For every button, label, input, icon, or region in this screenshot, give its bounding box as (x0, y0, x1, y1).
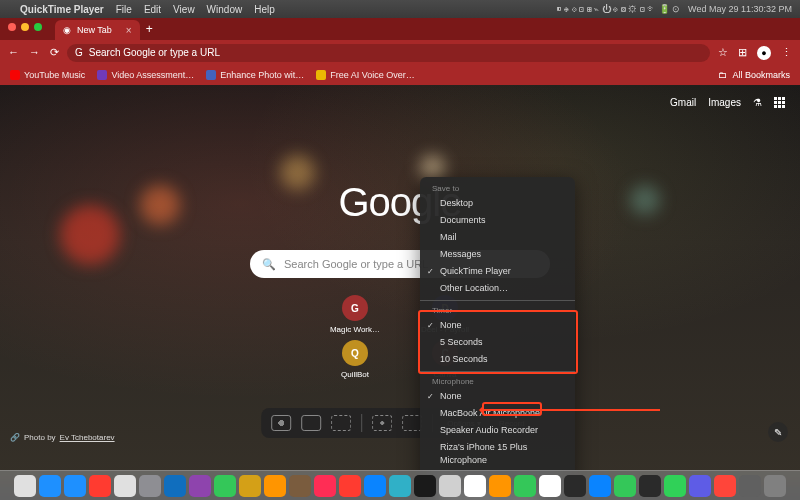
bookmarks-bar: YouTube Music Video Assessment… Enhance … (0, 65, 800, 85)
window-controls[interactable] (8, 23, 42, 31)
close-tab-icon[interactable]: × (126, 25, 132, 36)
address-bar[interactable]: G Search Google or type a URL (67, 44, 710, 62)
macos-menubar: QuickTime Player File Edit View Window H… (0, 0, 800, 18)
section-timer: Timer (420, 304, 575, 317)
dock-app-21[interactable] (539, 475, 561, 497)
save-desktop[interactable]: Desktop (420, 195, 575, 212)
dock-app-6[interactable] (164, 475, 186, 497)
tab-favicon: ◉ (63, 25, 71, 35)
mic-iphone[interactable]: Riza's iPhone 15 Plus Microphone (420, 439, 575, 469)
forward-button[interactable]: → (29, 46, 40, 59)
save-other[interactable]: Other Location… (420, 280, 575, 297)
back-button[interactable]: ← (8, 46, 19, 59)
bookmark-star-icon[interactable]: ☆ (718, 46, 728, 60)
dock-app-8[interactable] (214, 475, 236, 497)
bookmark-ai-voice[interactable]: Free AI Voice Over… (316, 70, 415, 80)
dock-app-16[interactable] (414, 475, 436, 497)
dock-app-12[interactable] (314, 475, 336, 497)
mic-speaker[interactable]: Speaker Audio Recorder (420, 422, 575, 439)
timer-10s[interactable]: 10 Seconds (420, 351, 575, 368)
search-placeholder: Search Google or type a URL (284, 258, 428, 270)
omnibox-text: Search Google or type a URL (89, 47, 220, 58)
menubar-clock[interactable]: Wed May 29 11:30:32 PM (688, 4, 792, 14)
dock-app-1[interactable] (39, 475, 61, 497)
macos-dock (0, 470, 800, 500)
dock-app-22[interactable] (564, 475, 586, 497)
dock-app-18[interactable] (464, 475, 486, 497)
dock-app-20[interactable] (514, 475, 536, 497)
capture-window[interactable] (301, 415, 321, 431)
dock-app-13[interactable] (339, 475, 361, 497)
menu-file[interactable]: File (116, 4, 132, 15)
dock-app-11[interactable] (289, 475, 311, 497)
chrome-toolbar: ← → ⟳ G Search Google or type a URL ☆ ⊞ … (0, 40, 800, 65)
menu-view[interactable]: View (173, 4, 195, 15)
customize-button[interactable]: ✎ (768, 422, 788, 442)
bookmark-enhance-photo[interactable]: Enhance Photo wit… (206, 70, 304, 80)
folder-icon: 🗀 (718, 70, 727, 80)
app-name[interactable]: QuickTime Player (20, 4, 104, 15)
chrome-new-tab-page: Gmail Images ⚗ Google 🔍 Search Google or… (0, 85, 800, 480)
menu-edit[interactable]: Edit (144, 4, 161, 15)
dock-app-5[interactable] (139, 475, 161, 497)
save-quicktime[interactable]: QuickTime Player (420, 263, 575, 280)
bookmark-video-assessment[interactable]: Video Assessment… (97, 70, 194, 80)
dock-app-23[interactable] (589, 475, 611, 497)
save-messages[interactable]: Messages (420, 246, 575, 263)
status-icons[interactable]: ◧ ⊕ ⊙ ⊡ ⊞ ⌁ ⏻ ⊚ ⊠ ⚙ ⊡ ᯤ 🔋 ⊙ (557, 4, 681, 14)
save-documents[interactable]: Documents (420, 212, 575, 229)
gmail-link[interactable]: Gmail (670, 97, 696, 108)
wallpaper-credit[interactable]: 🔗 Photo by Ev Tchebotarev (10, 433, 115, 442)
record-entire-screen[interactable] (372, 415, 392, 431)
save-mail[interactable]: Mail (420, 229, 575, 246)
profile-icon[interactable]: ● (757, 46, 771, 60)
new-tab-button[interactable]: + (146, 22, 153, 36)
dock-app-28[interactable] (714, 475, 736, 497)
section-microphone: Microphone (420, 375, 575, 388)
screenshot-options-menu: Save to Desktop Documents Mail Messages … (420, 177, 575, 500)
chrome-menu-icon[interactable]: ⋮ (781, 46, 792, 60)
dock-app-30[interactable] (764, 475, 786, 497)
capture-selection[interactable] (331, 415, 351, 431)
dock-app-27[interactable] (689, 475, 711, 497)
browser-tab[interactable]: ◉ New Tab × (55, 20, 140, 40)
dock-app-24[interactable] (614, 475, 636, 497)
link-icon: 🔗 (10, 433, 20, 442)
dock-app-19[interactable] (489, 475, 511, 497)
search-icon: G (75, 47, 83, 58)
chrome-tabstrip: ◉ New Tab × + (0, 18, 800, 40)
shortcut-magic-work[interactable]: GMagic Work… (320, 295, 390, 334)
dock-app-17[interactable] (439, 475, 461, 497)
dock-app-3[interactable] (89, 475, 111, 497)
mic-macbook[interactable]: MacBook Air Microphone (420, 405, 575, 422)
menu-help[interactable]: Help (254, 4, 275, 15)
images-link[interactable]: Images (708, 97, 741, 108)
dock-app-29[interactable] (739, 475, 761, 497)
dock-app-2[interactable] (64, 475, 86, 497)
dock-app-26[interactable] (664, 475, 686, 497)
tab-title: New Tab (77, 25, 112, 35)
labs-icon[interactable]: ⚗ (753, 97, 762, 108)
menu-window[interactable]: Window (207, 4, 243, 15)
search-icon: 🔍 (262, 258, 276, 271)
dock-app-9[interactable] (239, 475, 261, 497)
google-apps-icon[interactable] (774, 97, 785, 108)
timer-5s[interactable]: 5 Seconds (420, 334, 575, 351)
section-save-to: Save to (420, 182, 575, 195)
timer-none[interactable]: None (420, 317, 575, 334)
reload-button[interactable]: ⟳ (50, 46, 59, 59)
dock-app-25[interactable] (639, 475, 661, 497)
extensions-icon[interactable]: ⊞ (738, 46, 747, 60)
dock-app-14[interactable] (364, 475, 386, 497)
shortcut-quillbot[interactable]: QQuillBot (320, 340, 390, 379)
dock-app-10[interactable] (264, 475, 286, 497)
all-bookmarks-link[interactable]: 🗀All Bookmarks (718, 70, 790, 80)
bookmark-youtube-music[interactable]: YouTube Music (10, 70, 85, 80)
mic-none[interactable]: None (420, 388, 575, 405)
dock-app-0[interactable] (14, 475, 36, 497)
dock-app-4[interactable] (114, 475, 136, 497)
dock-app-15[interactable] (389, 475, 411, 497)
dock-app-7[interactable] (189, 475, 211, 497)
capture-entire-screen[interactable] (271, 415, 291, 431)
annotation-arrow (480, 409, 660, 411)
